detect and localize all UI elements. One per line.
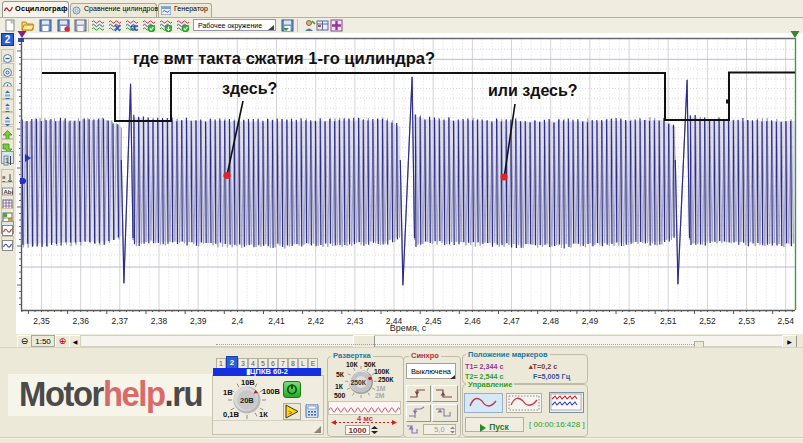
svg-text:2,49: 2,49 <box>582 316 599 326</box>
svg-text:2,47: 2,47 <box>503 316 520 326</box>
svg-text:2,54: 2,54 <box>777 316 794 326</box>
svg-text:2,52: 2,52 <box>699 316 716 326</box>
svg-text:Время, с: Время, с <box>390 323 427 333</box>
svg-text:2,42: 2,42 <box>307 316 324 326</box>
svg-text:2,51: 2,51 <box>660 316 677 326</box>
svg-text:2,45: 2,45 <box>425 316 442 326</box>
svg-text:или здесь?: или здесь? <box>488 82 578 99</box>
svg-text:2,37: 2,37 <box>112 316 129 326</box>
svg-text:здесь?: здесь? <box>222 80 277 97</box>
svg-text:20В: 20В <box>240 396 254 405</box>
svg-text:2,36: 2,36 <box>72 316 89 326</box>
svg-text:2,46: 2,46 <box>464 316 481 326</box>
svg-text:2,48: 2,48 <box>542 316 559 326</box>
svg-text:2,4: 2,4 <box>231 316 243 326</box>
svg-text:2,41: 2,41 <box>268 316 285 326</box>
svg-text:2,53: 2,53 <box>738 316 755 326</box>
svg-text:2,5: 2,5 <box>623 316 635 326</box>
svg-text:2,43: 2,43 <box>347 316 364 326</box>
svg-text:>: > <box>288 409 292 416</box>
svg-text:2,39: 2,39 <box>190 316 207 326</box>
svg-text:1: 1 <box>5 157 9 164</box>
svg-text:2,35: 2,35 <box>33 316 50 326</box>
svg-text:250К: 250К <box>351 379 367 386</box>
svg-text:2,38: 2,38 <box>151 316 168 326</box>
svg-text:где вмт такта сжатия 1-го цили: где вмт такта сжатия 1-го цилиндра? <box>133 49 435 67</box>
